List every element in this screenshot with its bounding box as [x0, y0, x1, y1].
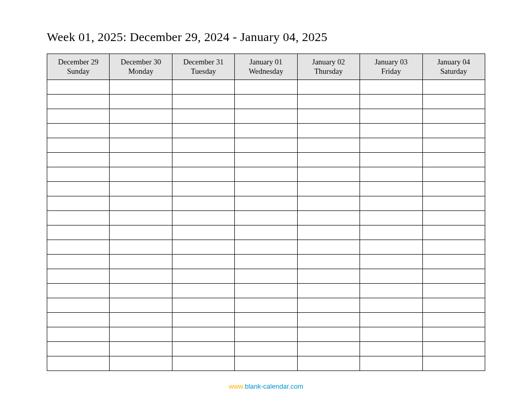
calendar-cell: [47, 124, 110, 138]
calendar-cell: [422, 255, 485, 269]
calendar-cell: [172, 269, 234, 284]
calendar-cell: [422, 313, 485, 327]
calendar-cell: [47, 226, 110, 240]
calendar-cell: [47, 298, 110, 313]
calendar-cell: [422, 109, 485, 124]
calendar-cell: [172, 124, 234, 138]
table-row: [47, 211, 485, 226]
calendar-cell: [297, 80, 360, 95]
calendar-cell: [110, 313, 172, 327]
calendar-cell: [422, 269, 485, 284]
col-date: December 29: [48, 57, 108, 67]
calendar-cell: [47, 356, 110, 371]
calendar-cell: [172, 80, 234, 95]
calendar-cell: [297, 313, 360, 327]
calendar-cell: [422, 138, 485, 153]
col-date: December 30: [111, 57, 170, 67]
col-date: December 31: [174, 57, 233, 67]
calendar-cell: [360, 138, 422, 153]
table-row: [47, 284, 485, 298]
calendar-cell: [360, 226, 422, 240]
calendar-header-row: December 29 Sunday December 30 Monday De…: [47, 54, 485, 80]
calendar-cell: [47, 196, 110, 211]
calendar-cell: [422, 124, 485, 138]
table-row: [47, 313, 485, 327]
calendar-cell: [235, 269, 297, 284]
calendar-cell: [360, 80, 422, 95]
calendar-cell: [360, 269, 422, 284]
col-header-sunday: December 29 Sunday: [47, 54, 110, 80]
calendar-cell: [297, 109, 360, 124]
calendar-cell: [110, 196, 172, 211]
calendar-cell: [360, 167, 422, 182]
calendar-cell: [110, 138, 172, 153]
calendar-cell: [172, 153, 234, 167]
calendar-cell: [172, 211, 234, 226]
col-day: Monday: [111, 67, 170, 76]
calendar-cell: [235, 284, 297, 298]
calendar-cell: [422, 95, 485, 109]
calendar-cell: [235, 313, 297, 327]
calendar-cell: [235, 124, 297, 138]
calendar-cell: [47, 342, 110, 356]
col-header-thursday: January 02 Thursday: [297, 54, 360, 80]
calendar-cell: [422, 211, 485, 226]
calendar-cell: [235, 80, 297, 95]
footer-domain: blank-calendar.com: [245, 382, 303, 390]
calendar-cell: [47, 211, 110, 226]
calendar-cell: [172, 298, 234, 313]
calendar-cell: [297, 196, 360, 211]
calendar-cell: [360, 124, 422, 138]
calendar-cell: [297, 269, 360, 284]
calendar-cell: [235, 327, 297, 342]
calendar-cell: [172, 356, 234, 371]
calendar-cell: [172, 138, 234, 153]
table-row: [47, 255, 485, 269]
calendar-cell: [235, 138, 297, 153]
calendar-cell: [172, 167, 234, 182]
calendar-cell: [235, 298, 297, 313]
calendar-cell: [235, 196, 297, 211]
calendar-cell: [235, 95, 297, 109]
calendar-cell: [235, 109, 297, 124]
col-day: Saturday: [424, 67, 484, 76]
table-row: [47, 138, 485, 153]
col-header-monday: December 30 Monday: [110, 54, 172, 80]
calendar-cell: [110, 269, 172, 284]
calendar-cell: [297, 182, 360, 196]
calendar-cell: [110, 124, 172, 138]
col-day: Wednesday: [236, 67, 296, 76]
table-row: [47, 80, 485, 95]
calendar-cell: [110, 153, 172, 167]
calendar-cell: [360, 153, 422, 167]
week-calendar-table: December 29 Sunday December 30 Monday De…: [47, 54, 485, 371]
calendar-cell: [422, 153, 485, 167]
table-row: [47, 109, 485, 124]
calendar-cell: [47, 138, 110, 153]
calendar-cell: [360, 356, 422, 371]
calendar-cell: [422, 80, 485, 95]
col-header-wednesday: January 01 Wednesday: [235, 54, 297, 80]
col-day: Friday: [361, 67, 421, 76]
calendar-cell: [172, 240, 234, 255]
calendar-cell: [172, 182, 234, 196]
calendar-cell: [110, 284, 172, 298]
calendar-cell: [297, 226, 360, 240]
calendar-cell: [47, 269, 110, 284]
calendar-cell: [47, 167, 110, 182]
col-day: Tuesday: [174, 67, 233, 76]
footer-link: www.blank-calendar.com: [0, 382, 532, 390]
calendar-cell: [110, 80, 172, 95]
calendar-cell: [235, 153, 297, 167]
calendar-cell: [47, 182, 110, 196]
calendar-cell: [172, 196, 234, 211]
calendar-cell: [47, 153, 110, 167]
calendar-cell: [110, 298, 172, 313]
calendar-cell: [47, 255, 110, 269]
calendar-cell: [47, 95, 110, 109]
col-day: Sunday: [48, 67, 108, 76]
calendar-cell: [422, 167, 485, 182]
calendar-cell: [360, 327, 422, 342]
calendar-cell: [110, 211, 172, 226]
col-day: Thursday: [299, 67, 358, 76]
